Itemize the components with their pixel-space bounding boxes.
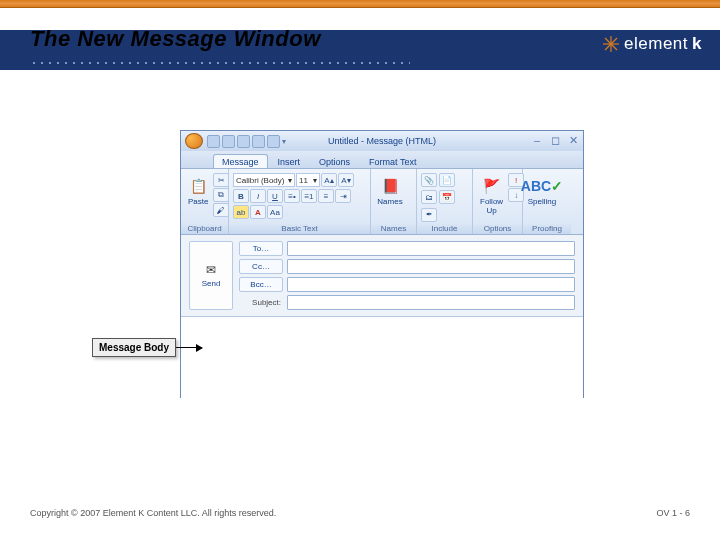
copy-button[interactable]: ⧉ <box>213 188 229 202</box>
followup-button[interactable]: 🚩 Follow Up <box>477 173 506 218</box>
qat-prev-icon[interactable] <box>252 135 265 148</box>
brand-text: element <box>624 34 688 54</box>
group-proofing: ABC✓ Spelling Proofing <box>523 169 571 234</box>
spellcheck-icon: ABC✓ <box>532 176 552 196</box>
group-basic-text: Calibri (Body)▾ 11▾ A▴ A▾ B I U ≡• ≡1 ≡ … <box>229 169 371 234</box>
qat-dropdown-icon[interactable]: ▾ <box>282 137 286 146</box>
group-include: 📎 📄 🗂 📅 ✒ Include <box>417 169 473 234</box>
highlight-button[interactable]: ab <box>233 205 249 219</box>
tab-message[interactable]: Message <box>213 154 268 168</box>
window-controls: – ◻ ✕ <box>531 134 579 146</box>
to-input[interactable] <box>287 241 575 256</box>
subject-label: Subject: <box>239 298 283 307</box>
paste-button[interactable]: 📋 Paste <box>185 173 211 209</box>
bullets-button[interactable]: ≡• <box>284 189 300 203</box>
group-basic-text-label: Basic Text <box>229 223 370 234</box>
group-proofing-label: Proofing <box>523 223 571 234</box>
cut-button[interactable]: ✂ <box>213 173 229 187</box>
chevron-down-icon: ▾ <box>313 176 317 185</box>
clipboard-icon: 📋 <box>188 176 208 196</box>
attach-item-button[interactable]: 📄 <box>439 173 455 187</box>
group-clipboard-label: Clipboard <box>181 223 228 234</box>
quick-access-toolbar: ▾ <box>207 135 286 148</box>
header-dotted-underline <box>30 62 410 64</box>
flag-icon: 🚩 <box>482 176 502 196</box>
calendar-button[interactable]: 📅 <box>439 190 455 204</box>
window-title-text: Untitled - Message (HTML) <box>328 136 436 146</box>
attach-file-button[interactable]: 📎 <box>421 173 437 187</box>
header-fields: To… Cc… Bcc… Subject: <box>239 241 575 310</box>
send-button[interactable]: ✉ Send <box>189 241 233 310</box>
address-area: ✉ Send To… Cc… Bcc… Subject: <box>181 235 583 317</box>
qat-redo-icon[interactable] <box>237 135 250 148</box>
minimize-button[interactable]: – <box>531 134 543 146</box>
subject-input[interactable] <box>287 295 575 310</box>
brand-logo: elementk <box>602 34 702 54</box>
bcc-input[interactable] <box>287 277 575 292</box>
send-label: Send <box>202 279 221 288</box>
qat-undo-icon[interactable] <box>222 135 235 148</box>
font-size-value: 11 <box>299 176 308 185</box>
tab-insert[interactable]: Insert <box>269 154 310 168</box>
slide-header: The New Message Window elementk <box>0 8 720 70</box>
signature-button[interactable]: ✒ <box>421 208 437 222</box>
top-accent-strip <box>0 0 720 8</box>
callout-label: Message Body <box>92 338 176 357</box>
numbering-button[interactable]: ≡1 <box>301 189 317 203</box>
address-book-icon: 📕 <box>380 176 400 196</box>
window-titlebar: ▾ Untitled - Message (HTML) – ◻ ✕ <box>181 131 583 151</box>
names-label: Names <box>377 197 402 206</box>
font-family-select[interactable]: Calibri (Body)▾ <box>233 173 295 187</box>
cc-input[interactable] <box>287 259 575 274</box>
message-body-area[interactable] <box>181 317 583 403</box>
cc-button[interactable]: Cc… <box>239 259 283 274</box>
tab-format-text[interactable]: Format Text <box>360 154 425 168</box>
copyright-text: Copyright © 2007 Element K Content LLC. … <box>30 508 276 518</box>
ribbon: 📋 Paste ✂ ⧉ 🖌 Clipboard Calibri (Body)▾ … <box>181 169 583 235</box>
bcc-button[interactable]: Bcc… <box>239 277 283 292</box>
office-button[interactable] <box>185 133 203 149</box>
group-options-label: Options <box>473 223 522 234</box>
group-names-label: Names <box>371 223 416 234</box>
italic-button[interactable]: I <box>250 189 266 203</box>
followup-label: Follow Up <box>480 197 503 215</box>
qat-next-icon[interactable] <box>267 135 280 148</box>
business-card-button[interactable]: 🗂 <box>421 190 437 204</box>
indent-button[interactable]: ⇥ <box>335 189 351 203</box>
font-color-button[interactable]: A <box>250 205 266 219</box>
font-family-value: Calibri (Body) <box>236 176 284 185</box>
bold-button[interactable]: B <box>233 189 249 203</box>
grow-font-button[interactable]: A▴ <box>321 173 337 187</box>
paste-label: Paste <box>188 197 208 206</box>
group-clipboard: 📋 Paste ✂ ⧉ 🖌 Clipboard <box>181 169 229 234</box>
maximize-button[interactable]: ◻ <box>549 134 561 146</box>
to-button[interactable]: To… <box>239 241 283 256</box>
tab-options[interactable]: Options <box>310 154 359 168</box>
align-button[interactable]: ≡ <box>318 189 334 203</box>
shrink-font-button[interactable]: A▾ <box>338 173 354 187</box>
group-names: 📕 Names Names <box>371 169 417 234</box>
envelope-icon: ✉ <box>206 263 216 277</box>
font-size-select[interactable]: 11▾ <box>296 173 320 187</box>
outlook-message-window: ▾ Untitled - Message (HTML) – ◻ ✕ Messag… <box>180 130 584 398</box>
asterisk-icon <box>602 35 620 53</box>
close-button[interactable]: ✕ <box>567 134 579 146</box>
chevron-down-icon: ▾ <box>288 176 292 185</box>
names-button[interactable]: 📕 Names <box>375 173 405 209</box>
page-reference: OV 1 - 6 <box>656 508 690 518</box>
spelling-button[interactable]: ABC✓ Spelling <box>527 173 557 209</box>
format-painter-button[interactable]: 🖌 <box>213 203 229 217</box>
arrow-icon <box>176 347 202 348</box>
group-include-label: Include <box>417 223 472 234</box>
brand-suffix: k <box>692 34 702 54</box>
slide-title: The New Message Window <box>30 26 321 52</box>
callout: Message Body <box>92 338 202 357</box>
clear-formatting-button[interactable]: Aa <box>267 205 283 219</box>
spelling-label: Spelling <box>528 197 556 206</box>
qat-save-icon[interactable] <box>207 135 220 148</box>
underline-button[interactable]: U <box>267 189 283 203</box>
group-options: 🚩 Follow Up ! ↓ Options <box>473 169 523 234</box>
ribbon-tab-strip: Message Insert Options Format Text <box>181 151 583 169</box>
